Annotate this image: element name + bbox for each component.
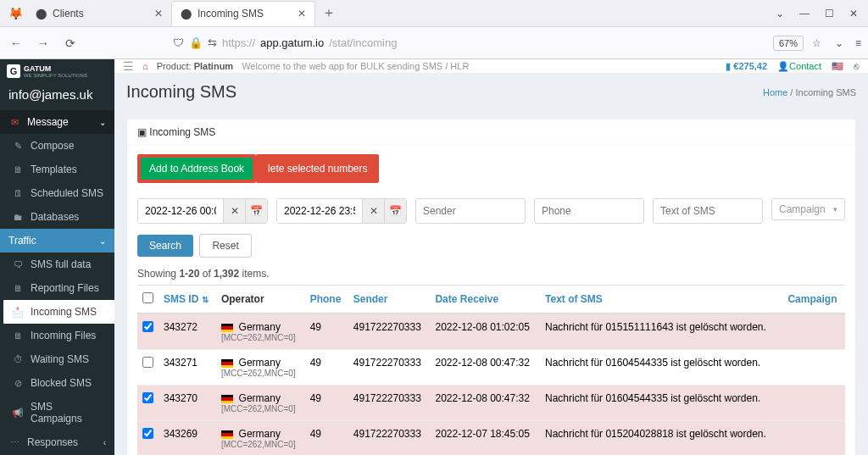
sidebar-item-blocked-sms[interactable]: ⊘Blocked SMS [3,371,114,395]
bookmark-star-icon[interactable]: ☆ [812,37,821,49]
sidebar-item-incoming-files[interactable]: 🗎Incoming Files [3,324,114,347]
sender-filter-input[interactable] [415,198,526,224]
sidebar-item-templates[interactable]: 🗎Templates [3,158,114,181]
nav-icon: 🗎 [12,164,24,175]
nav-icon: ⊘ [12,378,24,389]
sidebar-item-sms-campaigns[interactable]: 📢SMS Campaigns [3,395,114,430]
sidebar-message-header[interactable]: ✉ Message ⌄ [0,110,114,134]
menu-icon[interactable]: ≡ [855,37,861,49]
back-button[interactable]: ← [7,36,25,50]
cell-text: Nachricht für 015204028818 ist gelöscht … [540,421,782,456]
nav-label: Databases [31,211,79,223]
tab-clients[interactable]: ⬤ Clients ✕ [27,1,171,26]
breadcrumb-home[interactable]: Home [763,87,787,97]
search-button[interactable]: Search [137,235,193,257]
cell-phone: 49 [305,421,348,456]
forward-button[interactable]: → [34,36,53,50]
sidebar-item-sms-full-data[interactable]: 🗨SMS full data [3,252,114,276]
home-icon[interactable]: ⌂ [142,61,148,71]
date-from-input[interactable] [138,199,223,223]
sidebar-item-incoming-sms[interactable]: 📩Incoming SMS [3,300,114,324]
reset-button[interactable]: Reset [199,234,251,258]
contact-link[interactable]: 👤Contact [777,61,821,72]
cell-campaign [782,314,845,350]
chevron-down-icon[interactable]: ⌄ [776,8,784,19]
col-sender[interactable]: Sender [348,286,431,314]
table-row: 343272 Germany[MCC=262,MNC=0]49491722270… [137,314,845,350]
top-bar: ☰ ⌂ Product: Platinum Welcome to the web… [114,59,868,74]
close-icon[interactable]: ✕ [154,8,163,19]
lock-icon: 🔒 [189,36,203,49]
col-campaign[interactable]: Campaign [782,286,845,314]
row-checkbox[interactable] [142,357,153,368]
row-checkbox[interactable] [142,428,153,439]
url-path: /stat/incoming [329,36,397,49]
user-email: info@james.uk [0,80,114,110]
phone-filter-input[interactable] [534,198,644,224]
row-checkbox[interactable] [142,392,153,403]
tab-incoming-sms[interactable]: ⬤ Incoming SMS ✕ [171,1,315,26]
select-all-checkbox[interactable] [142,292,153,303]
text-filter-input[interactable] [653,198,763,224]
col-date[interactable]: Date Receive [430,286,540,314]
reload-button[interactable]: ⟳ [61,36,80,50]
nav-icon: 📩 [12,307,24,318]
product-name: Platinum [194,61,233,71]
nav-icon: 🗨 [12,259,24,269]
sidebar-item-waiting-sms[interactable]: ⏱Waiting SMS [3,347,114,371]
cell-phone: 49 [305,350,348,386]
sidebar-item-databases[interactable]: 🖿Databases [3,205,114,229]
maximize-icon[interactable]: ☐ [825,8,834,19]
url-scheme: https:// [222,36,255,49]
breadcrumb-current: Incoming SMS [795,87,856,97]
nav-label: Reporting Files [31,282,99,294]
sidebar-item-responses[interactable]: ⋯Responses‹ [0,430,114,454]
nav-icon: 🗓 [12,188,24,198]
browser-tab-strip: 🦊 ⬤ Clients ✕ ⬤ Incoming SMS ✕ ＋ ⌄ ― ☐ ✕ [0,0,868,27]
box-title: ▣ Incoming SMS [127,119,855,146]
add-to-address-book-button[interactable]: Add to Address Book [137,154,256,183]
logout-icon[interactable]: ⎋ [854,61,860,71]
minimize-icon[interactable]: ― [799,8,810,19]
date-to-input[interactable] [277,199,362,223]
pocket-icon[interactable]: ⌄ [835,37,843,49]
flag-de-icon [221,359,233,368]
calendar-icon[interactable]: 📅 [245,199,267,223]
clear-icon[interactable]: ✕ [223,199,245,223]
sms-table: SMS ID ⇅ Operator Phone Sender Date Rece… [137,285,845,455]
flag-us-icon[interactable]: 🇺🇸 [832,61,843,72]
delete-selected-button[interactable]: lete selected numbers [256,154,379,183]
url-input[interactable]: 🛡 🔒 ⇆ https://app.gatum.io/stat/incoming [173,36,765,49]
col-smsid[interactable]: SMS ID ⇅ [159,286,216,314]
sidebar-traffic-header[interactable]: Traffic ⌄ [0,229,114,252]
col-operator[interactable]: Operator [216,286,305,314]
cell-text: Nachricht für 01604544335 ist gelöscht w… [540,350,782,386]
new-tab-button[interactable]: ＋ [315,1,342,25]
sidebar-item-compose[interactable]: ✎Compose [3,134,114,158]
balance-badge[interactable]: ▮ €275,42 [726,61,767,72]
zoom-level[interactable]: 67% [773,36,804,51]
close-window-icon[interactable]: ✕ [849,8,858,19]
calendar-icon[interactable]: 📅 [384,199,406,223]
sidebar: G GATUM WE SIMPLIFY SOLUTIONS info@james… [0,59,114,455]
person-icon: 👤 [777,61,789,71]
col-phone[interactable]: Phone [305,286,348,314]
menu-toggle-icon[interactable]: ☰ [123,59,134,73]
sidebar-item-reporting-files[interactable]: 🗎Reporting Files [3,276,114,300]
row-checkbox[interactable] [142,321,153,332]
nav-icon: 📢 [12,408,24,419]
envelope-icon: ✉ [8,117,20,128]
clear-icon[interactable]: ✕ [362,199,384,223]
col-text[interactable]: Text of SMS [540,286,782,314]
nav-label: Responses [27,436,78,448]
close-icon[interactable]: ✕ [298,8,306,19]
campaign-select[interactable]: Campaign ▾ [771,198,845,220]
product-pre: Product: [157,61,192,71]
cell-smsid: 343269 [159,421,216,456]
permissions-icon: ⇆ [208,36,217,49]
tab-favicon: ⬤ [181,8,192,19]
chevron-left-icon: ‹ [103,438,106,447]
nav-label: Incoming Files [31,330,96,341]
sidebar-item-scheduled-sms[interactable]: 🗓Scheduled SMS [3,181,114,205]
wallet-icon: ▮ [726,61,731,71]
